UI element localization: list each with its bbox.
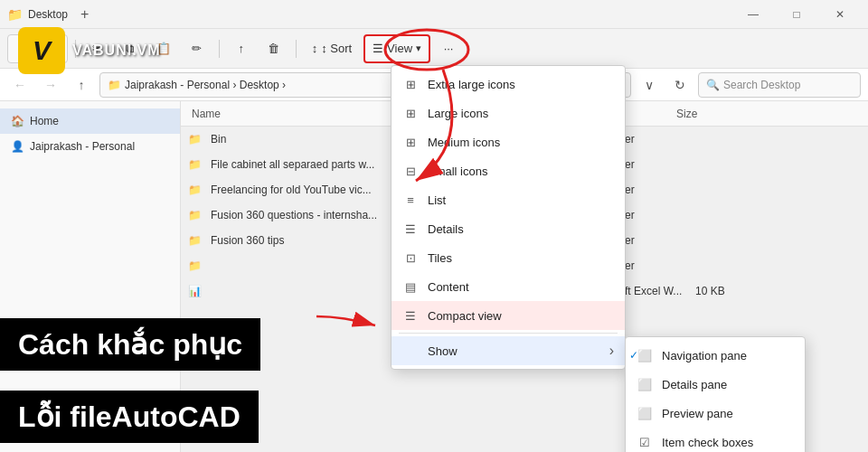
overlay-text-1: Cách khắc phục bbox=[0, 318, 260, 371]
large-icon: ⊞ bbox=[402, 105, 419, 121]
up-button[interactable]: ↑ bbox=[69, 72, 94, 98]
checkboxes-icon: ☑ bbox=[637, 434, 653, 450]
folder-icon: 📁 bbox=[188, 259, 202, 272]
sidebar-item-home[interactable]: 🏠 Home bbox=[0, 108, 180, 134]
title-bar: 📁 Desktop + — □ ✕ bbox=[0, 0, 868, 29]
toolbar-separator-3 bbox=[296, 40, 297, 58]
submenu-checkboxes-label: Item check boxes bbox=[662, 436, 753, 449]
menu-item-medium[interactable]: ⊞ Medium icons bbox=[392, 127, 625, 156]
rename-icon: ✏ bbox=[192, 42, 202, 55]
show-submenu: ⬜ Navigation pane ⬜ Details pane ⬜ Previ… bbox=[625, 336, 806, 452]
back-button[interactable]: ← bbox=[7, 72, 33, 98]
overlay-text-1-content: Cách khắc phục bbox=[18, 328, 242, 361]
share-icon: ↑ bbox=[238, 42, 244, 55]
sidebar-item-personal-label: Jaiprakash - Personal bbox=[30, 140, 135, 153]
logo-letter: V bbox=[33, 35, 51, 66]
title-bar-controls: — □ ✕ bbox=[732, 0, 861, 29]
medium-icon: ⊞ bbox=[402, 134, 419, 150]
col-header-size: Size bbox=[676, 108, 749, 120]
menu-item-tiles[interactable]: ⊡ Tiles bbox=[392, 243, 625, 272]
show-icon bbox=[402, 343, 419, 359]
menu-item-details[interactable]: ☰ Details bbox=[392, 214, 625, 243]
logo-icon: V bbox=[18, 27, 65, 74]
menu-item-tiles-label: Tiles bbox=[428, 251, 452, 265]
list-icon: ≡ bbox=[402, 192, 419, 208]
folder-icon: 📁 bbox=[7, 7, 23, 22]
preview-pane-icon: ⬜ bbox=[637, 405, 653, 421]
menu-item-small[interactable]: ⊟ Small icons bbox=[392, 156, 625, 185]
tiles-icon: ⊡ bbox=[402, 250, 419, 266]
menu-item-show[interactable]: Show ⬜ Navigation pane ⬜ Details pane ⬜ … bbox=[392, 336, 625, 365]
menu-item-content-label: Content bbox=[428, 280, 469, 294]
home-icon: 🏠 bbox=[11, 115, 24, 127]
menu-item-compact-label: Compact view bbox=[428, 309, 502, 323]
menu-item-large[interactable]: ⊞ Large icons bbox=[392, 99, 625, 127]
submenu-nav-pane-label: Navigation pane bbox=[662, 349, 747, 363]
minimize-button[interactable]: — bbox=[732, 0, 774, 29]
submenu-item-details-pane[interactable]: ⬜ Details pane bbox=[626, 370, 805, 399]
overlay-text-2: Lỗi fileAutoCAD bbox=[0, 391, 259, 443]
small-icon: ⊟ bbox=[402, 163, 419, 179]
extra-large-icon: ⊞ bbox=[402, 76, 419, 92]
menu-item-medium-label: Medium icons bbox=[428, 136, 500, 149]
menu-item-compact[interactable]: ☰ Compact view bbox=[392, 301, 625, 330]
menu-item-list[interactable]: ≡ List bbox=[392, 185, 625, 214]
user-icon: 👤 bbox=[11, 140, 24, 153]
view-label: View bbox=[387, 42, 412, 55]
folder-icon: 📁 bbox=[188, 234, 202, 247]
logo-overlay: V VABUNI.VM bbox=[18, 27, 161, 74]
content-icon: ▤ bbox=[402, 278, 419, 295]
more-icon: ··· bbox=[444, 42, 454, 55]
excel-icon: 📊 bbox=[188, 285, 202, 297]
sidebar-item-personal[interactable]: 👤 Jaiprakash - Personal bbox=[0, 134, 180, 159]
menu-item-large-label: Large icons bbox=[428, 107, 488, 120]
dropdown-button[interactable]: ∨ bbox=[637, 72, 662, 98]
more-button[interactable]: ··· bbox=[434, 34, 463, 63]
menu-item-small-label: Small icons bbox=[428, 165, 487, 178]
forward-button[interactable]: → bbox=[38, 72, 63, 98]
folder-icon: 📁 bbox=[188, 209, 202, 221]
menu-separator bbox=[399, 333, 618, 334]
nav-pane-icon: ⬜ bbox=[637, 347, 653, 363]
menu-item-extra-large[interactable]: ⊞ Extra large icons bbox=[392, 70, 625, 99]
submenu-item-nav-pane[interactable]: ⬜ Navigation pane bbox=[626, 341, 805, 370]
submenu-preview-pane-label: Preview pane bbox=[662, 407, 733, 420]
folder-icon: 📁 bbox=[188, 133, 202, 146]
refresh-button[interactable]: ↻ bbox=[667, 72, 693, 98]
menu-item-details-label: Details bbox=[428, 222, 464, 236]
view-dropdown-menu: ⊞ Extra large icons ⊞ Large icons ⊞ Medi… bbox=[391, 65, 626, 370]
submenu-item-checkboxes[interactable]: ☑ Item check boxes bbox=[626, 428, 805, 452]
main-container: 📁 Desktop + — □ ✕ ✦ New ✂ ⧉ 📋 ✏ ↑ 🗑 bbox=[0, 0, 868, 452]
rename-button[interactable]: ✏ bbox=[183, 34, 212, 63]
folder-icon: 📁 bbox=[188, 184, 202, 196]
sidebar-item-home-label: Home bbox=[30, 115, 59, 127]
sort-icon: ↕ bbox=[312, 42, 318, 55]
path-text: Jaiprakash - Personal › Desktop › bbox=[125, 79, 286, 91]
menu-item-list-label: List bbox=[428, 193, 446, 207]
delete-button[interactable]: 🗑 bbox=[259, 34, 288, 63]
menu-item-extra-large-label: Extra large icons bbox=[428, 78, 515, 91]
sort-label: ↕ Sort bbox=[321, 42, 352, 55]
delete-icon: 🗑 bbox=[268, 42, 279, 55]
new-tab-icon[interactable]: + bbox=[80, 6, 89, 23]
search-icon: 🔍 bbox=[706, 79, 720, 91]
folder-icon: 📁 bbox=[188, 158, 202, 171]
maximize-button[interactable]: □ bbox=[776, 0, 817, 29]
view-icon: ☰ bbox=[373, 42, 383, 55]
window-title: Desktop bbox=[28, 8, 68, 21]
submenu-details-pane-label: Details pane bbox=[662, 378, 727, 391]
search-box[interactable]: 🔍 Search Desktop bbox=[698, 72, 861, 98]
menu-item-content[interactable]: ▤ Content bbox=[392, 272, 625, 301]
menu-item-show-label: Show bbox=[428, 344, 458, 358]
search-placeholder: Search Desktop bbox=[723, 79, 800, 91]
close-button[interactable]: ✕ bbox=[819, 0, 861, 29]
details-icon: ☰ bbox=[402, 221, 419, 237]
submenu-item-preview-pane[interactable]: ⬜ Preview pane bbox=[626, 399, 805, 428]
view-button[interactable]: ☰ View ▾ bbox=[363, 34, 430, 63]
sort-button[interactable]: ↕ ↕ Sort bbox=[304, 34, 360, 63]
logo-site-text: VABUNI.VM bbox=[72, 42, 161, 59]
share-button[interactable]: ↑ bbox=[227, 34, 256, 63]
view-dropdown-icon: ▾ bbox=[416, 42, 421, 54]
folder-small-icon: 📁 bbox=[108, 79, 121, 91]
overlay-text-2-content: Lỗi fileAutoCAD bbox=[18, 400, 241, 433]
